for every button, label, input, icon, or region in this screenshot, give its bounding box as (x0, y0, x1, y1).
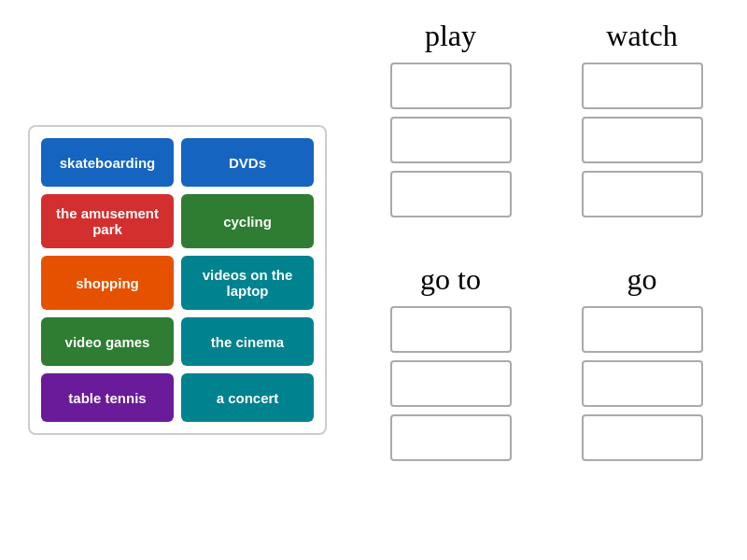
tile-video-games[interactable]: video games (41, 317, 174, 366)
goto-drop-1[interactable] (390, 306, 512, 353)
tile-a-concert[interactable]: a concert (181, 373, 314, 422)
tile-dvds[interactable]: DVDs (181, 138, 314, 187)
goto-drop-3[interactable] (390, 414, 512, 461)
play-header: play (425, 19, 476, 53)
play-drop-2[interactable] (390, 117, 512, 163)
goto-drop-2[interactable] (390, 360, 512, 407)
tile-videos-on-the-laptop[interactable]: videos on the laptop (181, 256, 314, 310)
word-grid: skateboardingDVDsthe amusement parkcycli… (41, 138, 314, 422)
go-column: go (556, 262, 728, 469)
go-drop-3[interactable] (582, 414, 703, 461)
row-spacer (364, 225, 728, 253)
tile-shopping[interactable]: shopping (41, 256, 174, 310)
play-column: play (364, 19, 537, 225)
top-columns: play watch (364, 19, 728, 225)
right-panel: play watch go to go (355, 0, 747, 560)
watch-drop-1[interactable] (582, 63, 703, 109)
watch-header: watch (606, 19, 677, 53)
goto-column: go to (364, 262, 537, 469)
left-panel: skateboardingDVDsthe amusement parkcycli… (0, 0, 355, 560)
bottom-columns: go to go (364, 262, 728, 469)
tile-cycling[interactable]: cycling (181, 194, 314, 248)
goto-header: go to (420, 262, 481, 297)
tile-skateboarding[interactable]: skateboarding (41, 138, 174, 187)
tile-the-cinema[interactable]: the cinema (181, 317, 314, 366)
word-grid-container: skateboardingDVDsthe amusement parkcycli… (28, 125, 327, 435)
play-drop-1[interactable] (390, 63, 512, 109)
watch-column: watch (556, 19, 728, 225)
play-drop-3[interactable] (390, 171, 512, 217)
go-drop-1[interactable] (582, 306, 703, 353)
tile-table-tennis[interactable]: table tennis (41, 373, 174, 422)
watch-drop-3[interactable] (582, 171, 703, 217)
go-header: go (627, 262, 657, 297)
tile-the-amusement-park[interactable]: the amusement park (41, 194, 174, 248)
go-drop-2[interactable] (582, 360, 703, 407)
watch-drop-2[interactable] (582, 117, 703, 163)
